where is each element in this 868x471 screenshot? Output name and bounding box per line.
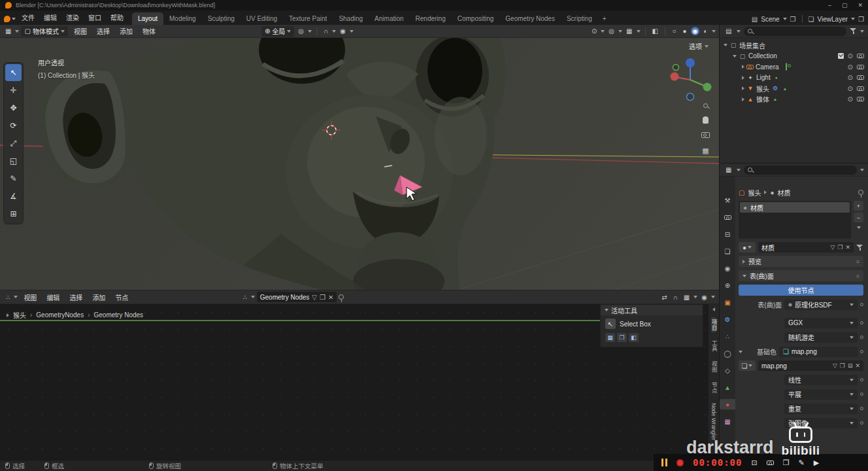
maximize-button[interactable]: ▢ <box>842 2 848 9</box>
props-tab-particles[interactable]: ∴ <box>721 331 734 341</box>
menu-edit[interactable]: 编辑 <box>39 10 61 25</box>
outliner-row-light[interactable]: ✦ Light ● ⊙ <box>720 73 868 84</box>
tab-rendering[interactable]: Rendering <box>410 12 452 25</box>
nodetree-browse-icon[interactable]: ∴ <box>241 294 248 301</box>
props-tab-object-data[interactable]: ▲ <box>721 382 734 392</box>
disclosure-icon[interactable] <box>742 86 744 90</box>
outliner-row-scene-collection[interactable]: ▢ 场景集合 <box>720 40 868 51</box>
props-tab-scene[interactable]: ◉ <box>721 263 734 273</box>
viewport-options-dropdown[interactable]: 选项 <box>689 41 709 51</box>
use-nodes-button[interactable]: 使用节点 <box>739 285 863 296</box>
tab-compositing[interactable]: Compositing <box>452 12 500 25</box>
image-name-field[interactable]: map.png ▽ ❐ ⊟ ✕ <box>758 360 863 371</box>
viewport-menu-select[interactable]: 选择 <box>93 26 114 36</box>
disclosure-icon[interactable] <box>742 97 744 101</box>
scene-selector[interactable]: Scene <box>761 16 779 23</box>
decorator-dot[interactable] <box>860 321 863 324</box>
decorator-dot[interactable] <box>860 421 863 425</box>
pivot-point-icon[interactable]: ◎ <box>296 27 306 35</box>
tool-transform[interactable]: ◱ <box>5 152 22 169</box>
tab-sculpting[interactable]: Sculpting <box>202 12 241 25</box>
viewport-canvas[interactable] <box>0 38 719 290</box>
tool-cursor[interactable]: ✛ <box>5 82 22 99</box>
sidebar-tab-view[interactable]: 视图 <box>711 359 717 374</box>
gizmo-y-neg[interactable] <box>673 65 679 71</box>
hide-eye-icon[interactable]: ⊙ <box>848 52 853 60</box>
tab-shading[interactable]: Shading <box>333 12 369 25</box>
outliner-row-collection[interactable]: ▢ Collection ⊙ <box>720 51 868 62</box>
remove-slot-button[interactable]: − <box>854 213 863 222</box>
tab-texture-paint[interactable]: Texture Paint <box>283 12 333 25</box>
interpolation-dropdown[interactable]: 线性 <box>784 375 858 385</box>
projection-dropdown[interactable]: 平展 <box>784 389 858 400</box>
menu-help[interactable]: 帮助 <box>106 10 128 25</box>
disclosure-icon[interactable] <box>742 76 744 80</box>
sidebar-collapse-icon[interactable] <box>712 307 715 311</box>
tool-annotate[interactable]: ✎ <box>5 170 22 187</box>
outliner-row-cone[interactable]: ▲ 锥体 ▲ ⊙ <box>720 94 868 105</box>
fake-user-shield-icon[interactable]: ▽ <box>833 362 837 369</box>
render-camera-icon[interactable] <box>857 86 864 91</box>
fake-user-shield-icon[interactable]: ▽ <box>830 244 835 251</box>
add-slot-button[interactable]: + <box>854 201 863 211</box>
props-tab-modifiers[interactable]: ⚙ <box>721 314 734 324</box>
properties-search-input[interactable] <box>744 166 857 175</box>
menu-file[interactable]: 文件 <box>17 10 39 25</box>
gizmo-x-axis[interactable] <box>671 73 679 81</box>
recorder-camera-icon[interactable] <box>767 461 774 465</box>
material-slot-list[interactable]: ● 材质 <box>739 201 851 239</box>
viewport-menu-add[interactable]: 添加 <box>116 26 137 36</box>
material-name-field[interactable]: 材质 ▽ ❐ ✕ <box>758 242 854 253</box>
surface-shader-dropdown[interactable]: 原理化BSDF <box>784 300 858 310</box>
decorator-dot[interactable] <box>860 336 863 339</box>
subsurface-method-dropdown[interactable]: 随机游走 <box>784 332 858 343</box>
snap-magnet-icon[interactable]: ∩ <box>322 27 330 35</box>
unlink-icon[interactable]: ✕ <box>855 362 860 369</box>
preview-section-header[interactable]: 预览 ≡ <box>739 256 863 267</box>
base-color-texture-button[interactable]: ❏ map.png <box>779 347 858 357</box>
outliner-editor-icon[interactable]: ▤ <box>724 27 733 35</box>
add-workspace-button[interactable]: + <box>598 12 611 25</box>
copies-icon[interactable]: ❐ <box>320 294 326 301</box>
material-filter-icon[interactable] <box>856 244 863 251</box>
tool-measure[interactable]: ∡ <box>5 188 22 205</box>
active-tool-item[interactable]: ↖ Select Box <box>601 315 703 330</box>
record-stop-button[interactable] <box>676 459 684 466</box>
collection-checkbox[interactable] <box>838 53 844 59</box>
xray-toggle-icon[interactable]: ◧ <box>650 27 660 35</box>
render-camera-icon[interactable] <box>857 97 864 101</box>
close-button[interactable]: ✕ <box>858 2 863 9</box>
gizmo-y-axis[interactable] <box>703 83 712 92</box>
panel-collapse-icon[interactable] <box>605 309 609 311</box>
fallback-grid-icon[interactable]: ▦ <box>605 333 615 342</box>
disclosure-icon[interactable] <box>724 44 727 46</box>
extension-dropdown[interactable]: 重复 <box>784 404 858 414</box>
node-menu-add[interactable]: 添加 <box>88 292 109 302</box>
camera-view-icon[interactable] <box>701 132 710 138</box>
tab-layout[interactable]: Layout <box>132 12 163 25</box>
fullscreen-icon[interactable]: ❐ <box>783 459 790 467</box>
sidebar-tab-item[interactable]: 项目 <box>711 317 717 332</box>
decorator-dot[interactable] <box>860 378 863 381</box>
surface-section-header[interactable]: 表(曲)面 ≡ <box>739 270 863 281</box>
tab-uv-editing[interactable]: UV Editing <box>241 12 283 25</box>
context-material-name[interactable]: 材质 <box>778 188 791 198</box>
distribution-dropdown[interactable]: GGX <box>784 318 858 328</box>
outliner-row-monkey[interactable]: ▼ 猴头 ⚙ ▲ ⊙ <box>720 83 868 94</box>
node-menu-view[interactable]: 视图 <box>20 292 41 302</box>
minimize-button[interactable]: – <box>828 2 831 9</box>
context-object-name[interactable]: 猴头 <box>748 188 761 198</box>
image-browse-button[interactable]: ❏ <box>739 360 756 371</box>
props-tab-constraints[interactable]: ◇ <box>721 365 734 375</box>
hide-eye-icon[interactable]: ⊙ <box>848 96 853 103</box>
pin-id-icon[interactable] <box>858 190 863 195</box>
node-menu-edit[interactable]: 编辑 <box>42 292 63 302</box>
mode-dropdown[interactable]: ▢ 物体模式 <box>21 26 67 37</box>
props-tab-world[interactable]: ⊕ <box>721 280 734 290</box>
breadcrumb-nodetree[interactable]: Geometry Nodes <box>94 311 144 319</box>
row-label[interactable]: Collection <box>748 52 777 60</box>
props-tab-object[interactable]: ▣ <box>721 297 734 307</box>
breadcrumb-object[interactable]: 猴头 <box>13 310 26 320</box>
blender-menu-icon[interactable] <box>4 16 10 22</box>
outliner-row-camera[interactable]: Camera ⊙ <box>720 61 868 73</box>
